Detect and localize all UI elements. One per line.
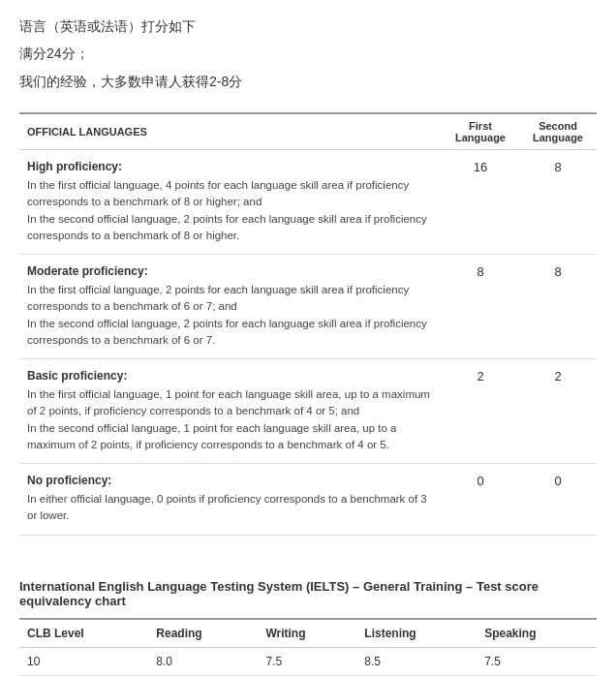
col-second-language: Second Language bbox=[519, 113, 597, 150]
official-languages-table: OFFICIAL LANGUAGES First Language Second… bbox=[19, 112, 597, 536]
ielts-cell: 7.5 bbox=[258, 647, 356, 675]
col-official-languages: OFFICIAL LANGUAGES bbox=[19, 113, 442, 150]
intro-line1: 语言（英语或法语）打分如下 bbox=[19, 15, 597, 37]
ielts-col-header: Writing bbox=[258, 619, 356, 648]
ielts-cell: 8.5 bbox=[356, 647, 477, 675]
ielts-col-header: Speaking bbox=[477, 619, 597, 648]
official-row-first-lang: 2 bbox=[442, 359, 519, 464]
ielts-col-header: CLB Level bbox=[19, 619, 148, 648]
ielts-table: CLB LevelReadingWritingListeningSpeaking… bbox=[19, 618, 597, 676]
official-row-second-lang: 8 bbox=[519, 255, 597, 359]
official-row-first-lang: 0 bbox=[442, 464, 519, 536]
ielts-col-header: Reading bbox=[148, 619, 258, 648]
intro-line2: 满分24分； bbox=[19, 43, 597, 64]
official-row-second-lang: 8 bbox=[519, 150, 597, 255]
official-row-first-lang: 8 bbox=[442, 255, 519, 359]
official-row: High proficiency:In the first official l… bbox=[19, 150, 597, 255]
official-row-desc: High proficiency:In the first official l… bbox=[19, 150, 442, 255]
ielts-cell: 7.5 bbox=[477, 647, 597, 675]
official-row: Basic proficiency:In the first official … bbox=[19, 359, 597, 464]
official-row-first-lang: 16 bbox=[442, 150, 519, 255]
official-row: No proficiency:In either official langua… bbox=[19, 464, 597, 536]
col-first-language: First Language bbox=[442, 113, 519, 150]
ielts-cell: 10 bbox=[19, 647, 148, 675]
ielts-row: 108.07.58.57.5 bbox=[19, 647, 597, 675]
official-row-second-lang: 0 bbox=[519, 464, 597, 536]
official-row-desc: Basic proficiency:In the first official … bbox=[19, 359, 442, 464]
official-row-desc: No proficiency:In either official langua… bbox=[19, 464, 442, 536]
ielts-col-header: Listening bbox=[356, 619, 477, 648]
ielts-cell: 8.0 bbox=[148, 647, 258, 675]
official-row-second-lang: 2 bbox=[519, 359, 597, 464]
official-row-desc: Moderate proficiency:In the first offici… bbox=[19, 255, 442, 359]
ielts-title: International English Language Testing S… bbox=[19, 579, 597, 608]
official-row: Moderate proficiency:In the first offici… bbox=[19, 255, 597, 359]
intro-line3: 我们的经验，大多数申请人获得2-8分 bbox=[19, 71, 597, 92]
